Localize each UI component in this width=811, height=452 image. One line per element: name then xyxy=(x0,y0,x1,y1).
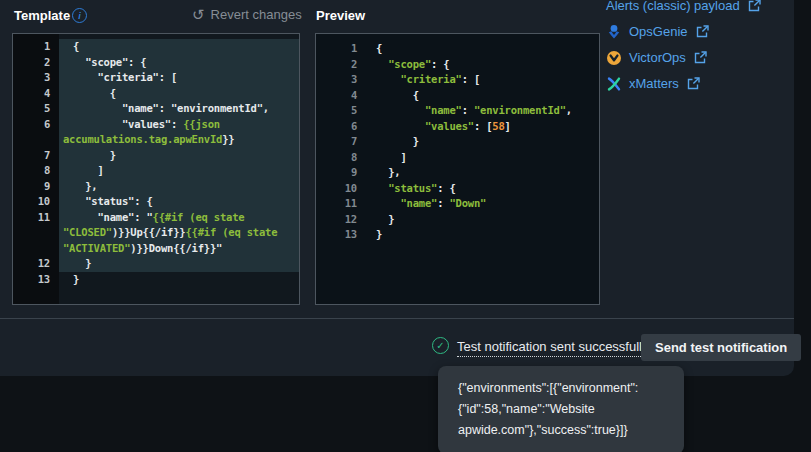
code-row: 8 ] xyxy=(316,150,599,166)
line-number: 4 xyxy=(13,86,59,102)
template-section-title: Template xyxy=(14,8,70,23)
line-number: 6 xyxy=(316,119,366,135)
code-row: 2 "scope": { xyxy=(316,57,599,73)
line-number: 2 xyxy=(13,55,59,71)
check-circle-icon: ✓ xyxy=(432,337,449,354)
victorops-logo xyxy=(606,50,622,66)
line-number xyxy=(13,241,59,257)
code-row: 2 "scope": { xyxy=(13,55,299,71)
line-number: 13 xyxy=(13,272,59,288)
link-label: xMatters xyxy=(629,76,679,91)
line-number xyxy=(13,225,59,241)
revert-icon: ↺ xyxy=(192,7,205,22)
preview-code-panel: 1{2 "scope": {3 "criteria": [4 {5 "name"… xyxy=(315,33,600,305)
revert-changes-label: Revert changes xyxy=(211,7,302,22)
link-opsgenie[interactable]: OpsGenie xyxy=(606,23,761,40)
line-number: 4 xyxy=(316,88,366,104)
line-number: 1 xyxy=(316,41,366,57)
line-number: 9 xyxy=(13,179,59,195)
line-number: 12 xyxy=(13,256,59,272)
line-number: 7 xyxy=(316,134,366,150)
link-label: Alerts (classic) payload xyxy=(606,0,740,13)
code-row: 3 "criteria": [ xyxy=(13,70,299,86)
link-alerts-classic-payload[interactable]: Alerts (classic) payload xyxy=(606,0,761,14)
code-row: 4 { xyxy=(316,88,599,104)
code-row: 13} xyxy=(316,227,599,243)
line-number: 10 xyxy=(316,181,366,197)
line-number: 8 xyxy=(316,150,366,166)
code-row: 11 "name": "{{#if (eq state xyxy=(13,210,299,226)
link-xmatters[interactable]: xMatters xyxy=(606,75,761,92)
template-code-editor[interactable]: 1{2 "scope": {3 "criteria": [4 {5 "name"… xyxy=(12,33,300,305)
code-row: 6 "values": [58] xyxy=(316,119,599,135)
opsgenie-logo xyxy=(606,24,622,40)
line-number: 3 xyxy=(13,70,59,86)
code-row: "CLOSED")}}Up{{/if}}{{#if (eq state xyxy=(13,225,299,241)
code-row: 5 "name": "environmentId", xyxy=(316,103,599,119)
code-row: "ACTIVATED")}}Down{{/if}}" xyxy=(13,241,299,257)
template-code-rows: 1{2 "scope": {3 "criteria": [4 {5 "name"… xyxy=(13,34,299,287)
line-number: 13 xyxy=(316,227,366,243)
line-number: 10 xyxy=(13,194,59,210)
code-row: 4 { xyxy=(13,86,299,102)
link-label: VictorOps xyxy=(629,50,686,65)
external-link-icon xyxy=(748,0,761,12)
code-row: 3 "criteria": [ xyxy=(316,72,599,88)
line-number: 11 xyxy=(316,196,366,212)
link-label: OpsGenie xyxy=(629,24,688,39)
code-row: 7 } xyxy=(13,148,299,164)
line-number: 6 xyxy=(13,117,59,133)
line-number xyxy=(13,132,59,148)
preview-code-rows: 1{2 "scope": {3 "criteria": [4 {5 "name"… xyxy=(316,34,599,243)
preview-section-title: Preview xyxy=(316,8,365,23)
revert-changes-button[interactable]: ↺ Revert changes xyxy=(192,7,302,22)
external-link-icon xyxy=(696,25,709,38)
line-number: 11 xyxy=(13,210,59,226)
info-icon[interactable]: i xyxy=(72,8,87,23)
external-link-icon xyxy=(687,77,700,90)
code-row: 9 }, xyxy=(13,179,299,195)
code-row: 10 "status": { xyxy=(13,194,299,210)
code-row: 9 }, xyxy=(316,165,599,181)
line-number: 5 xyxy=(13,101,59,117)
code-row: 12 } xyxy=(316,212,599,228)
code-row: 6 "values": {{json xyxy=(13,117,299,133)
line-number: 9 xyxy=(316,165,366,181)
section-divider xyxy=(0,318,794,319)
code-row: 7 } xyxy=(316,134,599,150)
line-number: 12 xyxy=(316,212,366,228)
line-number: 7 xyxy=(13,148,59,164)
code-row: 1{ xyxy=(316,41,599,57)
code-row: 8 ] xyxy=(13,163,299,179)
external-link-icon xyxy=(694,51,707,64)
code-row: 13} xyxy=(13,272,299,288)
line-number: 1 xyxy=(13,39,59,55)
line-number: 5 xyxy=(316,103,366,119)
send-test-notification-button[interactable]: Send test notification xyxy=(641,334,801,361)
payload-links-list: Alerts (classic) payloadOpsGenieVictorOp… xyxy=(606,0,761,101)
xmatters-logo xyxy=(606,76,622,92)
line-number: 2 xyxy=(316,57,366,73)
link-victorops[interactable]: VictorOps xyxy=(606,49,761,66)
code-row: 1{ xyxy=(13,39,299,55)
code-row: 12 } xyxy=(13,256,299,272)
code-row: 5 "name": "environmentId", xyxy=(13,101,299,117)
test-status-message[interactable]: Test notification sent successfully. xyxy=(457,339,651,357)
line-number: 8 xyxy=(13,163,59,179)
response-payload-tooltip: {"environments":[{"environment":{"id":58… xyxy=(438,366,684,452)
code-row: 11 "name": "Down" xyxy=(316,196,599,212)
line-number: 3 xyxy=(316,72,366,88)
code-row: accumulations.tag.apwEnvId}} xyxy=(13,132,299,148)
code-row: 10 "status": { xyxy=(316,181,599,197)
